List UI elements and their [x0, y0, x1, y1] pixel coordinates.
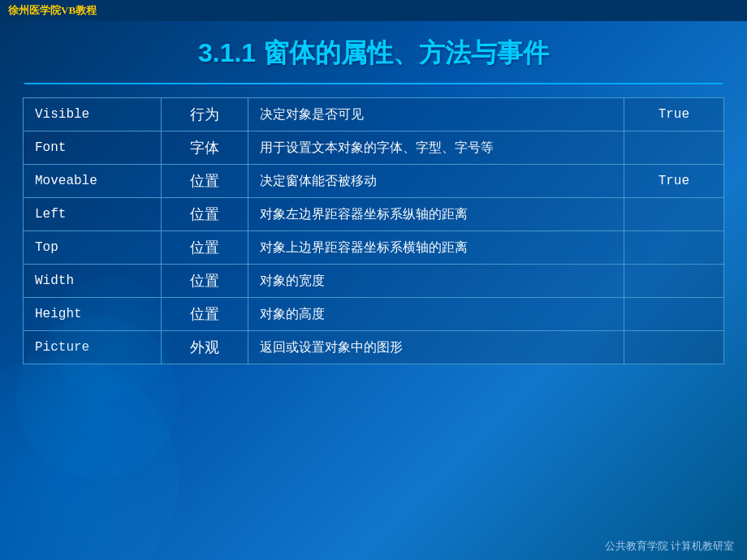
property-desc: 决定对象是否可见: [248, 98, 624, 131]
property-desc: 决定窗体能否被移动: [248, 165, 624, 198]
property-default: True: [624, 98, 723, 131]
table-row: Top位置对象上边界距容器坐标系横轴的距离: [24, 231, 724, 265]
table-row: Moveable位置决定窗体能否被移动True: [24, 165, 724, 198]
header-bar: 徐州医学院VB教程: [0, 0, 747, 21]
property-default: [624, 198, 723, 231]
property-type: 位置: [161, 231, 248, 265]
property-desc: 用于设置文本对象的字体、字型、字号等: [248, 131, 624, 165]
page-title: 3.1.1 窗体的属性、方法与事件: [0, 21, 747, 83]
property-desc: 返回或设置对象中的图形: [248, 331, 624, 364]
property-default: [624, 131, 723, 165]
property-name: Font: [24, 131, 162, 165]
property-desc: 对象的高度: [248, 298, 624, 331]
property-desc: 对象上边界距容器坐标系横轴的距离: [248, 231, 624, 265]
table-row: Font字体用于设置文本对象的字体、字型、字号等: [24, 131, 724, 165]
divider-line: [24, 83, 723, 84]
property-name: Visible: [24, 98, 162, 131]
footer-text: 公共教育学院 计算机教研室: [605, 539, 734, 554]
property-type: 位置: [161, 298, 248, 331]
property-name: Left: [24, 198, 162, 231]
property-type: 行为: [161, 98, 248, 131]
header-title: 徐州医学院VB教程: [8, 3, 97, 18]
property-type: 位置: [161, 165, 248, 198]
property-default: [624, 265, 723, 298]
property-name: Moveable: [24, 165, 162, 198]
property-name: Top: [24, 231, 162, 265]
property-type: 外观: [161, 331, 248, 364]
table-row: Visible行为决定对象是否可见True: [24, 98, 724, 131]
property-type: 字体: [161, 131, 248, 165]
property-default: [624, 231, 723, 265]
property-default: True: [624, 165, 723, 198]
property-type: 位置: [161, 265, 248, 298]
property-default: [624, 298, 723, 331]
table-row: Left位置对象左边界距容器坐标系纵轴的距离: [24, 198, 724, 231]
property-default: [624, 331, 723, 364]
bg-decor-3: [49, 276, 171, 398]
property-desc: 对象左边界距容器坐标系纵轴的距离: [248, 198, 624, 231]
property-desc: 对象的宽度: [248, 265, 624, 298]
property-type: 位置: [161, 198, 248, 231]
